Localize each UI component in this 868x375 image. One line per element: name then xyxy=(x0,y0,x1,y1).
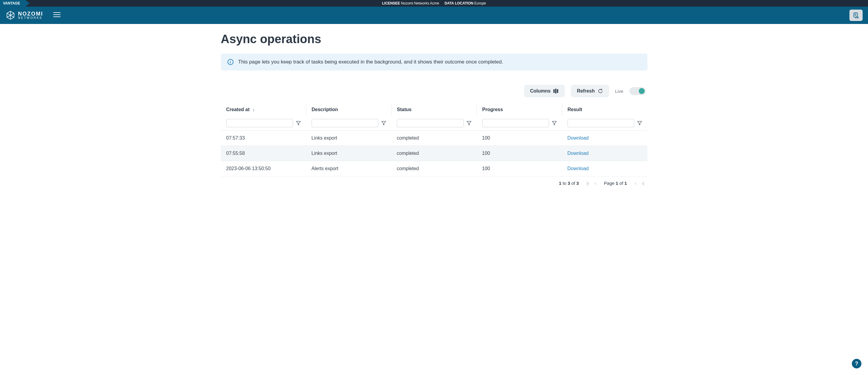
filter-icon[interactable] xyxy=(552,121,557,125)
table-row: 07:57:33 Links export completed 100 Down… xyxy=(221,131,647,146)
columns-label: Columns xyxy=(530,88,551,94)
col-progress[interactable]: Progress xyxy=(477,103,562,116)
page-content: Async operations i This page lets you ke… xyxy=(200,24,669,204)
pagination: 1 to 3 of 3 |‹ ‹ Page 1 of 1 › ›| xyxy=(221,181,647,186)
filter-icon[interactable] xyxy=(637,121,642,125)
info-icon: i xyxy=(227,59,234,65)
refresh-button[interactable]: Refresh xyxy=(571,85,609,97)
cell-created: 07:57:33 xyxy=(221,131,306,146)
table-controls: Columns Refresh Live xyxy=(221,85,647,97)
cell-description: Links export xyxy=(306,146,392,161)
pager-nav: |‹ ‹ xyxy=(587,181,596,186)
brand-name: VANTAGE xyxy=(3,1,20,5)
refresh-icon xyxy=(598,88,603,94)
last-page-button[interactable]: ›| xyxy=(642,181,644,186)
logo-text: NOZOMI NETWORKS xyxy=(18,11,43,20)
info-text: This page lets you keep track of tasks b… xyxy=(238,59,503,65)
range-text: 1 to 3 of 3 xyxy=(559,181,579,186)
logo-mark-icon xyxy=(5,10,16,20)
logo-line2: NETWORKS xyxy=(18,17,43,20)
top-info-bar: VANTAGE LICENSEE Nozomi Networks Acme DA… xyxy=(0,0,868,7)
operations-table: Created at↓ Description Status Progress … xyxy=(221,103,647,176)
cell-progress: 100 xyxy=(477,161,562,176)
licensee-value: Nozomi Networks Acme xyxy=(401,1,439,5)
table-row: 2023-06-06 13:50:50 Alerts export comple… xyxy=(221,161,647,176)
col-description[interactable]: Description xyxy=(306,103,392,116)
filter-icon[interactable] xyxy=(467,121,471,125)
location-label: DATA LOCATION xyxy=(444,1,473,5)
filter-status[interactable] xyxy=(397,119,464,127)
licensee-label: LICENSEE xyxy=(382,1,400,5)
hamburger-icon xyxy=(53,12,60,18)
table-header: Created at↓ Description Status Progress … xyxy=(221,103,647,116)
col-created-at[interactable]: Created at↓ xyxy=(221,103,306,116)
columns-icon xyxy=(553,89,559,93)
filter-icon[interactable] xyxy=(296,121,301,125)
info-banner: i This page lets you keep track of tasks… xyxy=(221,54,647,70)
first-page-button[interactable]: |‹ xyxy=(587,181,589,186)
cell-created: 07:55:58 xyxy=(221,146,306,161)
toggle-knob xyxy=(639,88,645,94)
licensee: LICENSEE Nozomi Networks Acme xyxy=(382,1,439,5)
col-status[interactable]: Status xyxy=(392,103,477,116)
col-result[interactable]: Result xyxy=(562,103,647,116)
filter-row xyxy=(221,116,647,131)
columns-button[interactable]: Columns xyxy=(524,85,565,97)
live-toggle[interactable] xyxy=(629,87,646,95)
svg-rect-7 xyxy=(555,89,556,93)
logo-line1: NOZOMI xyxy=(18,11,43,17)
download-link[interactable]: Download xyxy=(567,135,589,141)
cell-status: completed xyxy=(392,146,477,161)
menu-button[interactable] xyxy=(52,10,62,20)
brand-tab: VANTAGE xyxy=(0,0,26,7)
download-link[interactable]: Download xyxy=(567,151,589,156)
cell-progress: 100 xyxy=(477,131,562,146)
table-body: 07:57:33 Links export completed 100 Down… xyxy=(221,131,647,176)
refresh-label: Refresh xyxy=(577,88,595,94)
prev-page-button[interactable]: ‹ xyxy=(595,181,596,186)
live-label: Live xyxy=(615,89,623,94)
filter-progress[interactable] xyxy=(482,119,549,127)
cell-description: Links export xyxy=(306,131,392,146)
page-text: Page 1 of 1 xyxy=(604,181,627,186)
sort-desc-icon: ↓ xyxy=(253,107,255,112)
filter-icon[interactable] xyxy=(381,121,386,125)
location-value: Europe xyxy=(474,1,486,5)
cell-progress: 100 xyxy=(477,146,562,161)
svg-rect-3 xyxy=(854,13,858,18)
top-center-info: LICENSEE Nozomi Networks Acme DATA LOCAT… xyxy=(382,1,486,5)
cell-created: 2023-06-06 13:50:50 xyxy=(221,161,306,176)
next-page-button[interactable]: › xyxy=(635,181,636,186)
filter-created-at[interactable] xyxy=(226,119,293,127)
export-button[interactable] xyxy=(849,9,863,21)
cell-status: completed xyxy=(392,131,477,146)
document-refresh-icon xyxy=(853,12,859,19)
svg-rect-6 xyxy=(553,89,555,93)
table-row: 07:55:58 Links export completed 100 Down… xyxy=(221,146,647,161)
cell-status: completed xyxy=(392,161,477,176)
download-link[interactable]: Download xyxy=(567,166,589,171)
pager-nav-right: › ›| xyxy=(635,181,644,186)
page-title: Async operations xyxy=(221,32,647,46)
logo[interactable]: NOZOMI NETWORKS xyxy=(5,10,43,20)
main-header: NOZOMI NETWORKS xyxy=(0,7,868,24)
svg-rect-8 xyxy=(557,89,558,93)
cell-description: Alerts export xyxy=(306,161,392,176)
filter-description[interactable] xyxy=(312,119,378,127)
data-location: DATA LOCATION Europe xyxy=(444,1,486,5)
filter-result[interactable] xyxy=(567,119,634,127)
